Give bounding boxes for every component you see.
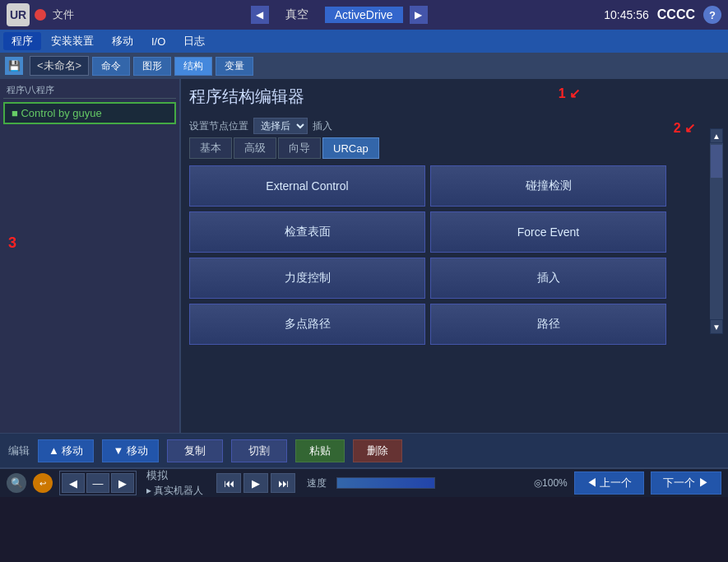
- plugin-force-control[interactable]: 力度控制: [189, 258, 425, 299]
- tab-basic[interactable]: 基本: [189, 137, 232, 159]
- position-select[interactable]: 选择后: [253, 118, 308, 134]
- back-icon[interactable]: ↩: [33, 473, 53, 493]
- inner-tabs: 基本 高级 向导 URCap: [189, 137, 703, 159]
- plugin-check-surface[interactable]: 检查表面: [189, 211, 425, 253]
- nav-group: ◀ — ▶: [59, 471, 137, 495]
- help-button[interactable]: ?: [703, 6, 721, 24]
- right-arrow-btn[interactable]: ▶: [410, 6, 428, 24]
- cut-btn[interactable]: 切割: [231, 439, 287, 462]
- body-area: 程序\八程序 ■ Control by guyue 3 1 ↙ 程序结构编辑器 …: [0, 79, 728, 433]
- zoom-icon[interactable]: 🔍: [7, 473, 26, 493]
- file-tab-name: <未命名>: [30, 56, 89, 76]
- tab-structure[interactable]: 结构: [174, 57, 212, 76]
- playback-play-btn[interactable]: ▶: [243, 473, 268, 493]
- delete-btn[interactable]: 删除: [353, 439, 402, 462]
- paste-btn[interactable]: 粘贴: [295, 439, 345, 462]
- save-icon[interactable]: 💾: [5, 57, 23, 75]
- edit-label: 编辑: [8, 444, 30, 458]
- simulate-group: 模拟 ▸ 真实机器人: [146, 468, 203, 498]
- status-bar: 🔍 ↩ ◀ — ▶ 模拟 ▸ 真实机器人 ⏮ ▶ ⏭ 速度 ◎100% ◀ 上一…: [0, 467, 728, 497]
- tab-variable[interactable]: 变量: [216, 57, 253, 76]
- plugin-force-event[interactable]: Force Event: [430, 211, 666, 253]
- sidebar: 程序\八程序 ■ Control by guyue 3: [0, 79, 181, 433]
- bottom-toolbar: 编辑 ▲ 移动 ▼ 移动 复制 切割 粘贴 删除: [0, 433, 728, 467]
- scroll-up-arrow[interactable]: ▲: [711, 129, 722, 142]
- playback-end-btn[interactable]: ⏭: [271, 473, 295, 493]
- title-right: 10:45:56 CCCC ?: [604, 6, 721, 24]
- nav-right-btn[interactable]: ▶: [111, 473, 134, 493]
- breadcrumb: 程序\八程序: [3, 82, 176, 99]
- annotation-2: 2 ↙: [674, 120, 695, 136]
- tab-wizard[interactable]: 向导: [278, 137, 321, 159]
- menu-move[interactable]: 移动: [104, 32, 141, 50]
- nav-dash-btn[interactable]: —: [86, 473, 109, 493]
- tab-command[interactable]: 命令: [92, 57, 130, 76]
- annotation-3: 3: [8, 235, 16, 252]
- playback-controls: ⏮ ▶ ⏭: [216, 473, 295, 493]
- content-title: 程序结构编辑器: [189, 86, 703, 111]
- vacuum-label: 真空: [276, 6, 318, 24]
- menu-bar: 程序 安装装置 移动 I/O 日志: [0, 30, 728, 53]
- time-display: 10:45:56: [604, 8, 649, 21]
- app-logo: UR: [7, 3, 30, 26]
- file-menu[interactable]: 文件: [53, 7, 74, 22]
- menu-program[interactable]: 程序: [3, 32, 41, 50]
- speed-label: 速度: [307, 476, 327, 490]
- scroll-thumb[interactable]: [711, 145, 722, 178]
- tab-advanced[interactable]: 高级: [234, 137, 276, 159]
- menu-log[interactable]: 日志: [175, 32, 213, 50]
- plugin-collision-detect[interactable]: 碰撞检测: [430, 165, 666, 207]
- tab-urcap[interactable]: URCap: [322, 137, 379, 159]
- menu-io[interactable]: I/O: [143, 34, 174, 49]
- cccc-label: CCCC: [657, 7, 695, 22]
- plugin-insert[interactable]: 插入: [430, 258, 666, 299]
- menu-install[interactable]: 安装装置: [43, 32, 102, 50]
- next-btn[interactable]: 下一个 ▶: [651, 471, 721, 495]
- move-down-btn[interactable]: ▼ 移动: [102, 439, 158, 462]
- move-up-btn[interactable]: ▲ 移动: [38, 439, 94, 462]
- settings-label: 设置节点位置: [189, 119, 248, 133]
- settings-row: 设置节点位置 选择后 2 ↙ 插入: [189, 118, 703, 134]
- robot-label: ▸ 真实机器人: [146, 484, 203, 498]
- plugin-path[interactable]: 路径: [430, 304, 666, 345]
- nav-left-btn[interactable]: ◀: [62, 473, 85, 493]
- title-center: ◀ 真空 ActiveDrive ▶: [251, 6, 428, 24]
- playback-start-btn[interactable]: ⏮: [216, 473, 241, 493]
- activedrive-label: ActiveDrive: [325, 7, 403, 23]
- tab-diagram[interactable]: 图形: [133, 57, 171, 76]
- insert-label: 插入: [313, 119, 332, 133]
- prev-btn[interactable]: ◀ 上一个: [574, 471, 645, 495]
- scroll-track: [710, 143, 723, 319]
- scroll-down-arrow[interactable]: ▼: [711, 320, 722, 333]
- plugin-external-control[interactable]: External Control: [189, 165, 425, 207]
- left-arrow-btn[interactable]: ◀: [251, 6, 269, 24]
- copy-btn[interactable]: 复制: [167, 439, 223, 462]
- title-bar: UR 文件 ◀ 真空 ActiveDrive ▶ 10:45:56 CCCC ?: [0, 0, 728, 30]
- sidebar-control-item[interactable]: ■ Control by guyue: [3, 102, 176, 124]
- simulate-label: 模拟: [146, 468, 203, 483]
- content-area: 1 ↙ 程序结构编辑器 设置节点位置 选择后 2 ↙ 插入 基本 高级 向导 U…: [181, 79, 728, 433]
- close-dot[interactable]: [35, 9, 46, 21]
- plugin-grid: External Control 碰撞检测 检查表面 Force Event 力…: [189, 165, 666, 345]
- speed-bar[interactable]: [336, 477, 435, 489]
- scrollbar[interactable]: ▲ ▼: [710, 128, 723, 334]
- tab-bar: 💾 <未命名> 命令 图形 结构 变量: [0, 53, 728, 79]
- zoom-percent: ◎100%: [534, 477, 568, 489]
- plugin-multipoint-path[interactable]: 多点路径: [189, 304, 425, 345]
